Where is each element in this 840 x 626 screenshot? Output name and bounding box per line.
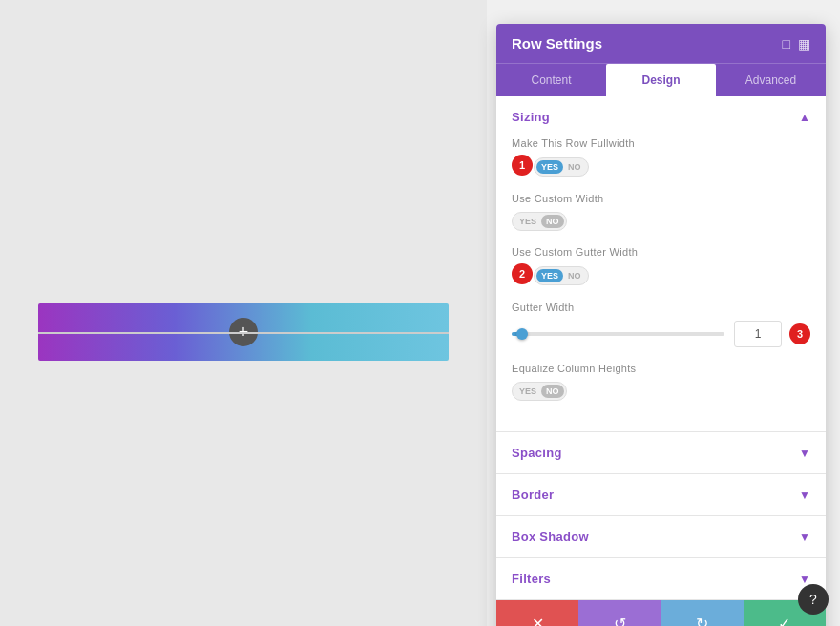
equalize-toggle[interactable]: YES NO (512, 382, 567, 401)
filters-header[interactable]: Filters ▼ (496, 558, 826, 599)
redo-button[interactable]: ↻ (662, 600, 744, 626)
filters-title: Filters (512, 572, 551, 586)
border-arrow-icon: ▼ (799, 489, 810, 502)
bottom-toolbar: ✕ ↺ ↻ ✓ (496, 600, 826, 626)
custom-width-no-label: NO (541, 215, 564, 228)
undo-icon: ↺ (614, 615, 626, 627)
badge-1: 1 (512, 155, 533, 176)
gutter-width-label: Gutter Width (512, 302, 810, 313)
gutter-value-box: 3 (734, 321, 810, 347)
gutter-slider-thumb[interactable] (516, 328, 528, 340)
divider-line (38, 332, 449, 334)
equalize-yes-label: YES (514, 385, 541, 398)
custom-gutter-label: Use Custom Gutter Width (512, 246, 810, 258)
tab-advanced[interactable]: Advanced (716, 64, 826, 96)
panel-header-icons: □ ▦ (783, 36, 810, 52)
tabs: Content Design Advanced (496, 63, 826, 96)
fullwidth-label: Make This Row Fullwidth (512, 137, 810, 149)
panel-header: Row Settings □ ▦ (496, 24, 826, 63)
spacing-arrow-icon: ▼ (799, 447, 810, 460)
custom-width-label: Use Custom Width (512, 193, 810, 204)
undo-button[interactable]: ↺ (578, 600, 661, 626)
gutter-slider-row: 3 (512, 321, 810, 347)
cancel-button[interactable]: ✕ (496, 600, 578, 626)
custom-gutter-no-label: NO (563, 269, 586, 282)
box-shadow-section: Box Shadow ▼ (496, 516, 826, 558)
layout-icon[interactable]: ▦ (798, 36, 810, 52)
gutter-width-row: Gutter Width 3 (512, 302, 810, 347)
box-shadow-header[interactable]: Box Shadow ▼ (496, 516, 826, 557)
settings-panel: Row Settings □ ▦ Content Design Advanced… (496, 24, 826, 626)
custom-gutter-toggle[interactable]: YES NO (534, 266, 589, 285)
fullwidth-yes-label: YES (536, 160, 563, 174)
canvas-area: + (0, 0, 487, 626)
gutter-slider-track[interactable] (512, 332, 724, 336)
fullwidth-toggle[interactable]: YES NO (534, 157, 589, 177)
spacing-header[interactable]: Spacing ▼ (496, 432, 826, 473)
help-button[interactable]: ? (798, 584, 829, 615)
fullwidth-toggle-row: 1 YES NO (512, 156, 810, 177)
redo-icon: ↻ (696, 615, 708, 627)
badge-2: 2 (512, 263, 533, 284)
sizing-section-header[interactable]: Sizing ▲ (496, 96, 826, 137)
sizing-content: Make This Row Fullwidth 1 YES NO Use Cus… (496, 137, 826, 431)
custom-gutter-toggle-row: 2 YES NO (512, 265, 810, 286)
expand-icon[interactable]: □ (783, 36, 790, 52)
badge-3: 3 (789, 323, 810, 344)
sizing-title: Sizing (512, 110, 550, 124)
equalize-no-label: NO (541, 385, 564, 398)
custom-gutter-row: Use Custom Gutter Width 2 YES NO (512, 246, 810, 286)
custom-width-yes-label: YES (514, 215, 541, 228)
border-title: Border (512, 488, 554, 502)
sizing-arrow-icon: ▲ (799, 111, 810, 124)
border-header[interactable]: Border ▼ (496, 474, 826, 515)
spacing-section: Spacing ▼ (496, 432, 826, 474)
fullwidth-row: Make This Row Fullwidth 1 YES NO (512, 137, 810, 177)
border-section: Border ▼ (496, 474, 826, 516)
equalize-row: Equalize Column Heights YES NO (512, 363, 810, 401)
spacing-title: Spacing (512, 446, 562, 460)
panel-title: Row Settings (512, 35, 602, 52)
filters-arrow-icon: ▼ (799, 573, 810, 586)
equalize-label: Equalize Column Heights (512, 363, 810, 374)
panel-body: Sizing ▲ Make This Row Fullwidth 1 YES N… (496, 96, 826, 600)
cancel-icon: ✕ (532, 615, 544, 627)
custom-width-toggle-row: YES NO (512, 212, 810, 231)
filters-section: Filters ▼ (496, 558, 826, 600)
gutter-value-input[interactable] (734, 321, 782, 347)
custom-width-row: Use Custom Width YES NO (512, 193, 810, 231)
equalize-toggle-row: YES NO (512, 382, 810, 401)
canvas-content: + (38, 265, 449, 361)
save-icon: ✓ (778, 615, 790, 627)
tab-design[interactable]: Design (606, 64, 716, 96)
tab-content[interactable]: Content (496, 64, 606, 96)
box-shadow-arrow-icon: ▼ (799, 531, 810, 544)
sizing-section: Sizing ▲ Make This Row Fullwidth 1 YES N… (496, 96, 826, 432)
custom-width-toggle[interactable]: YES NO (512, 212, 567, 231)
fullwidth-no-label: NO (563, 160, 586, 174)
help-icon: ? (809, 592, 817, 607)
custom-gutter-yes-label: YES (536, 269, 563, 282)
box-shadow-title: Box Shadow (512, 530, 589, 544)
